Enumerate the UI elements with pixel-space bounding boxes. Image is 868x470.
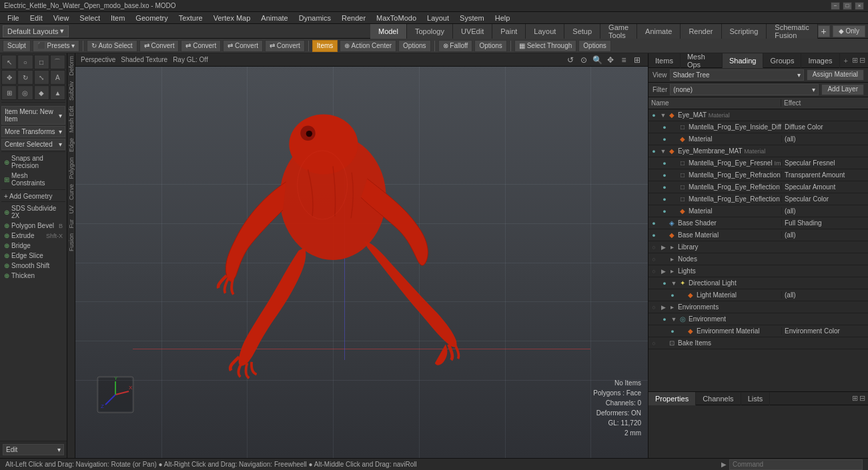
st-row-bake[interactable]: ○ ⊡ Bake Items bbox=[648, 337, 868, 349]
rpanel-collapse-icon[interactable]: ⊟ bbox=[859, 56, 865, 65]
prop-tab-properties[interactable]: Properties bbox=[648, 392, 696, 405]
st-row-env-mat[interactable]: ● ◆ Environment Material Environment Col… bbox=[648, 325, 868, 337]
vp-pan-icon[interactable]: ✥ bbox=[605, 55, 616, 65]
st-row-mat1[interactable]: ● ◆ Material (all) bbox=[648, 133, 868, 145]
st-row-refraction[interactable]: ● □ Mantella_Frog_Eye_Refraction Image T… bbox=[648, 169, 868, 181]
menu-vertexmap[interactable]: Vertex Map bbox=[209, 12, 256, 23]
dir-light-expand[interactable]: ▼ bbox=[670, 280, 678, 287]
tab-paint[interactable]: Paint bbox=[492, 24, 526, 39]
menu-animate[interactable]: Animate bbox=[256, 12, 292, 23]
lights-visibility[interactable]: ○ bbox=[648, 268, 659, 275]
items-button[interactable]: Items bbox=[312, 40, 338, 52]
environments-expand[interactable]: ▶ bbox=[659, 304, 667, 311]
filter-select[interactable]: (none) ▾ bbox=[670, 84, 819, 95]
rpanel-tab-images[interactable]: Images bbox=[801, 53, 839, 68]
menu-geometry[interactable]: Geometry bbox=[131, 12, 172, 23]
only-button[interactable]: ◆ Only bbox=[833, 25, 865, 37]
st-row-environments[interactable]: ○ ▶ ▸ Environments bbox=[648, 301, 868, 313]
rpanel-tab-shading[interactable]: Shading bbox=[723, 53, 763, 68]
add-geometry-item[interactable]: + Add Geometry bbox=[1, 191, 65, 201]
center-selected-dropdown[interactable]: Center Selected ▾ bbox=[1, 139, 65, 150]
rpanel-expand-icon[interactable]: ⊞ bbox=[852, 56, 858, 65]
mat1-visibility[interactable]: ● bbox=[659, 136, 670, 143]
vtab-edge[interactable]: Edge bbox=[67, 135, 75, 155]
tool-circle-icon[interactable]: ○ bbox=[17, 55, 33, 69]
edge-slice-item[interactable]: ⊕ Edge Slice bbox=[1, 251, 65, 261]
convert2-button[interactable]: ⇄ Convert bbox=[181, 40, 221, 52]
view-select[interactable]: Shader Tree ▾ bbox=[670, 69, 804, 81]
convert4-button[interactable]: ⇄ Convert bbox=[265, 40, 305, 52]
tool-scale-icon[interactable]: ⤡ bbox=[34, 70, 49, 85]
light-mat-visibility[interactable]: ● bbox=[667, 292, 678, 299]
tool-arrow-icon[interactable]: ▲ bbox=[50, 85, 65, 100]
st-row-nodes[interactable]: ○ ▸ Nodes bbox=[648, 253, 868, 265]
st-row-membrane[interactable]: ● ▼ ◆ Eye_Membrane_MAT Material bbox=[648, 145, 868, 157]
maximize-button[interactable]: □ bbox=[843, 2, 852, 10]
convert1-button[interactable]: ⇄ Convert bbox=[139, 40, 179, 52]
membrane-expand[interactable]: ▼ bbox=[659, 148, 667, 155]
vp-zoom-icon[interactable]: 🔍 bbox=[592, 55, 602, 65]
nodes-visibility[interactable]: ○ bbox=[648, 256, 659, 263]
close-button[interactable]: × bbox=[855, 2, 864, 10]
polygon-bevel-item[interactable]: ⊕ Polygon Bevel B bbox=[1, 221, 65, 231]
vtab-polygon[interactable]: Polygon bbox=[67, 155, 75, 182]
st-row-eye-mat[interactable]: ● ▼ ◆ Eye_MAT Material bbox=[648, 109, 868, 121]
st-row-light-mat[interactable]: ● ◆ Light Material (all) bbox=[648, 289, 868, 301]
minimize-button[interactable]: − bbox=[831, 2, 840, 10]
environment-expand[interactable]: ▼ bbox=[670, 316, 678, 323]
st-row-reflection1[interactable]: ● □ Mantella_Frog_Eye_Reflection Image (… bbox=[648, 181, 868, 193]
more-transforms-dropdown[interactable]: More Transforms ▾ bbox=[1, 126, 65, 137]
tab-topology[interactable]: Topology bbox=[407, 24, 453, 39]
vp-center-icon[interactable]: ⊙ bbox=[578, 55, 589, 65]
tool-text-icon[interactable]: A bbox=[50, 70, 65, 85]
reflection1-visibility[interactable]: ● bbox=[659, 184, 670, 191]
menu-item[interactable]: Item bbox=[106, 12, 129, 23]
tool-rotate-icon[interactable]: ↻ bbox=[17, 70, 33, 85]
add-layer-button[interactable]: Add Layer bbox=[821, 84, 864, 95]
options2-button[interactable]: Options bbox=[474, 40, 506, 52]
presets-button[interactable]: ⬛ Presets ▾ bbox=[33, 40, 79, 52]
st-row-eye-inside[interactable]: ● □ Mantella_Frog_Eye_Inside_Diffuse Ima… bbox=[648, 121, 868, 133]
vtab-subdiv[interactable]: SubDiv bbox=[67, 79, 75, 103]
refraction-visibility[interactable]: ● bbox=[659, 172, 670, 179]
eye-inside-visibility[interactable]: ● bbox=[659, 124, 670, 131]
tab-setup[interactable]: Setup bbox=[564, 24, 600, 39]
tool-mesh-icon[interactable]: ⊞ bbox=[1, 85, 17, 100]
eye-mat-visibility[interactable]: ● bbox=[648, 112, 659, 119]
st-row-lights[interactable]: ○ ▶ ▸ Lights bbox=[648, 265, 868, 277]
vtab-fur[interactable]: Fur bbox=[67, 217, 75, 231]
menu-render[interactable]: Render bbox=[337, 12, 370, 23]
autoselect-button[interactable]: ↻ Auto Select bbox=[87, 40, 137, 52]
st-row-reflection2[interactable]: ● □ Mantella_Frog_Eye_Reflection Image S… bbox=[648, 193, 868, 205]
st-row-mat2[interactable]: ● ◆ Material (all) bbox=[648, 205, 868, 217]
prop-collapse-icon[interactable]: ⊟ bbox=[859, 394, 865, 403]
tab-model[interactable]: Model bbox=[370, 24, 407, 39]
layout-dropdown[interactable]: Default Layouts ▾ bbox=[3, 25, 69, 37]
st-row-base-mat[interactable]: ● ◆ Base Material (all) bbox=[648, 229, 868, 241]
lights-expand[interactable]: ▶ bbox=[659, 268, 667, 275]
prop-tab-lists[interactable]: Lists bbox=[741, 392, 771, 405]
base-shader-visibility[interactable]: ● bbox=[648, 220, 659, 227]
tool-move-icon[interactable]: ✥ bbox=[1, 70, 17, 85]
menu-select[interactable]: Select bbox=[75, 12, 105, 23]
tab-gametools[interactable]: Game Tools bbox=[600, 24, 637, 39]
assign-material-button[interactable]: Assign Material bbox=[807, 69, 864, 81]
menu-maxtomodo[interactable]: MaxToModo bbox=[372, 12, 421, 23]
vp-expand-icon[interactable]: ⊞ bbox=[632, 55, 642, 65]
tab-scripting[interactable]: Scripting bbox=[722, 24, 767, 39]
st-row-environment[interactable]: ● ▼ ◎ Environment bbox=[648, 313, 868, 325]
viewport-canvas[interactable]: No Items Polygons : Face Channels: 0 Def… bbox=[75, 67, 648, 458]
environment-visibility[interactable]: ● bbox=[659, 316, 670, 323]
menu-dynamics[interactable]: Dynamics bbox=[294, 12, 336, 23]
prop-expand-icon[interactable]: ⊞ bbox=[852, 394, 858, 403]
extrude-item[interactable]: ⊕ Extrude Shft-X bbox=[1, 231, 65, 241]
convert3-button[interactable]: ⇄ Convert bbox=[223, 40, 263, 52]
falloff-button[interactable]: ⊗ Falloff bbox=[438, 40, 473, 52]
environments-visibility[interactable]: ○ bbox=[648, 304, 659, 311]
tab-animate[interactable]: Animate bbox=[637, 24, 681, 39]
prop-tab-channels[interactable]: Channels bbox=[696, 392, 741, 405]
mat2-visibility[interactable]: ● bbox=[659, 208, 670, 215]
sds-subdivide-item[interactable]: ⊕ SDS Subdivide 2X bbox=[1, 203, 65, 221]
dir-light-visibility[interactable]: ● bbox=[659, 280, 670, 287]
options1-button[interactable]: Options bbox=[398, 40, 430, 52]
